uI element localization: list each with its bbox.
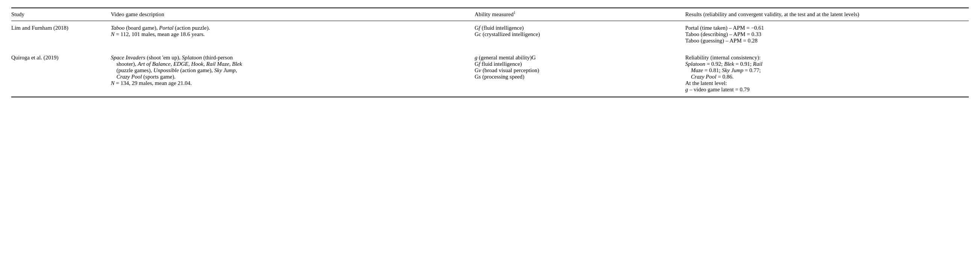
ability-superscript: 1 <box>514 11 515 15</box>
col-header-description: Video game description <box>107 8 471 21</box>
study-cell-1: Lim and Furnham (2018) <box>11 21 107 48</box>
table-row: Lim and Furnham (2018) Taboo (board game… <box>11 21 969 48</box>
description-cell-1: Taboo (board game), Portal (action puzzl… <box>107 21 471 48</box>
results-cell-1: Portal (time taken) – APM = −0.61 Taboo … <box>681 21 969 48</box>
col-header-results: Results (reliability and convergent vali… <box>681 8 969 21</box>
results-cell-2: Reliability (internal consistency): Spla… <box>681 48 969 97</box>
ability-cell-1: Gf (fluid intelligence) Gc (crystallized… <box>471 21 682 48</box>
ability-cell-2: g (general mental ability)G Gf fluid int… <box>471 48 682 97</box>
table-row: Quiroga et al. (2019) Space Invaders (sh… <box>11 48 969 97</box>
study-cell-2: Quiroga et al. (2019) <box>11 48 107 97</box>
col-header-study: Study <box>11 8 107 21</box>
description-cell-2: Space Invaders (shoot 'em up), Splatoon … <box>107 48 471 97</box>
research-table: Study Video game description Ability mea… <box>11 8 969 97</box>
main-table-container: Study Video game description Ability mea… <box>11 8 969 97</box>
col-header-ability: Ability measured1 <box>471 8 682 21</box>
